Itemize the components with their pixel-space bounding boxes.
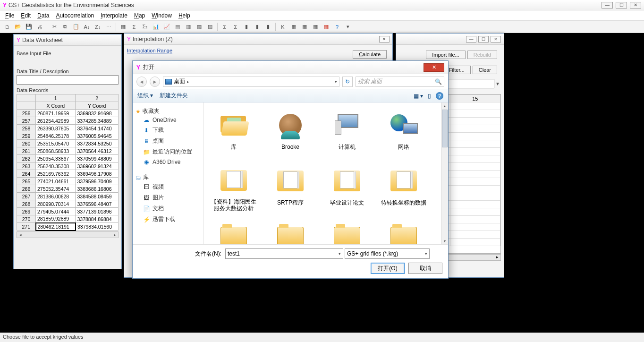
menu-autocorrelation[interactable]: Autocorrelation (53, 11, 97, 20)
file-item-network[interactable]: 网络 (377, 106, 430, 158)
maximize-button[interactable]: ☐ (616, 2, 627, 9)
file-item-computer[interactable]: 计算机 (321, 106, 373, 158)
sigma-icon[interactable]: Σ (129, 22, 139, 32)
table-row[interactable]: 267281386.006283384588.08459 (17, 193, 119, 200)
menu-file[interactable]: File (2, 11, 17, 20)
help-icon[interactable]: ? (332, 22, 342, 32)
horizontal-scrollbar[interactable]: ◂▸ (17, 231, 119, 238)
paste-icon[interactable]: 📋 (71, 22, 81, 32)
menu-data[interactable]: Data (34, 11, 52, 20)
nav-back-button[interactable]: ◄ (136, 77, 147, 87)
view4-icon[interactable]: ▦ (322, 22, 331, 32)
dropdown-icon[interactable]: ▾ (343, 22, 353, 32)
tree-documents[interactable]: 📄文档 (136, 203, 200, 214)
table-row[interactable]: 264252169.763623369498.17908 (17, 170, 119, 178)
table-row[interactable]: 263256240.353083369602.91324 (17, 162, 119, 170)
table-row[interactable]: 266275052.354743383686.16806 (17, 185, 119, 193)
menu-edit[interactable]: Edit (18, 11, 34, 20)
file-item-folder-more2[interactable] (264, 218, 317, 244)
table-row[interactable]: 269279405.074443377139.01896 (17, 208, 119, 215)
view3-icon[interactable]: ▦ (311, 22, 320, 32)
dialog-close-button[interactable]: ✕ (424, 63, 444, 72)
copy-icon[interactable]: ⧉ (60, 22, 70, 32)
view2-icon[interactable]: ▦ (300, 22, 309, 32)
menu-window[interactable]: Window (149, 11, 175, 20)
file-item-folder1[interactable]: 【资料】海阳民生服务大数据分析 (207, 162, 260, 214)
file-list-scrollbar[interactable]: ▴▾ (441, 103, 448, 244)
view1-icon[interactable]: ▦ (289, 22, 298, 32)
refresh-button[interactable]: ↻ (342, 77, 353, 87)
rpane-minimize-button[interactable]: — (466, 36, 476, 43)
table-row[interactable]: 265274021.046613379596.70409 (17, 178, 119, 185)
file-item-folder3[interactable]: 毕业设计论文 (321, 162, 373, 214)
tree-a360[interactable]: ◉A360 Drive (136, 157, 200, 167)
close-button[interactable]: ✕ (630, 2, 641, 9)
save-icon[interactable]: 💾 (24, 22, 34, 32)
file-item-folder4[interactable]: 待转换坐标的数据 (377, 162, 430, 214)
grid2-icon[interactable]: ▥ (184, 22, 193, 32)
file-item-folder-more4[interactable] (377, 218, 430, 244)
minimize-button[interactable]: — (602, 2, 613, 9)
print-icon[interactable]: 🖨 (35, 22, 44, 32)
tree-thunder[interactable]: ⚡迅雷下载 (136, 214, 200, 225)
chart-icon[interactable]: 📊 (151, 22, 161, 32)
filetype-select[interactable]: GS+ grid files (*.krg)▾ (345, 248, 430, 259)
open-button[interactable]: 打开(O) (371, 263, 405, 274)
interpolation-range-link[interactable]: Interpolation Range (124, 45, 175, 53)
file-item-folder2[interactable]: SRTP程序 (264, 162, 317, 214)
libraries-section[interactable]: 🗂库 (136, 173, 200, 181)
bars3-icon[interactable]: ▮ (263, 22, 273, 32)
menu-help[interactable]: Help (176, 11, 193, 20)
file-item-libraries[interactable]: 库 (207, 106, 260, 158)
data-records-table[interactable]: 12 X CoordY Coord 256260871.199593369832… (17, 94, 119, 231)
table-row[interactable]: 257261254.429893374285.34889 (17, 117, 119, 125)
grid4-icon[interactable]: ▨ (205, 22, 215, 32)
help-button[interactable]: ? (436, 92, 443, 100)
rpane-maximize-button[interactable]: ☐ (478, 36, 489, 43)
grid1-icon[interactable]: ▤ (173, 22, 182, 32)
table-row[interactable]: 270281859.928893378884.86884 (17, 215, 119, 223)
new-folder-button[interactable]: 新建文件夹 (160, 92, 188, 100)
grid3-icon[interactable]: ▧ (195, 22, 204, 32)
table-row[interactable]: 258263390.878053376454.14740 (17, 125, 119, 132)
search-input[interactable]: 搜索 桌面 🔍 (356, 77, 444, 87)
tree-desktop[interactable]: 🖥桌面 (136, 136, 200, 146)
breadcrumb[interactable]: 桌面 ▸ ▾ (163, 77, 339, 87)
import-file-button[interactable]: Import file... (426, 51, 465, 59)
calculate-button[interactable]: Calculate (353, 50, 387, 59)
sort-desc-icon[interactable]: Z↓ (93, 22, 102, 32)
tree-recent[interactable]: 📁最近访问的位置 (136, 146, 200, 157)
sigma2-icon[interactable]: Σ₂ (140, 22, 150, 32)
table-row[interactable]: 268280990.703143376596.48407 (17, 200, 119, 208)
tree-videos[interactable]: 🎞视频 (136, 181, 200, 192)
format-icon[interactable]: ⋯ (104, 22, 113, 32)
cursor-icon[interactable]: K (278, 22, 288, 32)
table-row[interactable]: 259254846.251783376005.94645 (17, 132, 119, 140)
sum2-icon[interactable]: Σ (231, 22, 240, 32)
sort-asc-icon[interactable]: A↓ (82, 22, 92, 32)
table-row[interactable]: 261250868.589333370564.46312 (17, 147, 119, 155)
cut-icon[interactable]: ✂ (50, 22, 59, 32)
bars2-icon[interactable]: ▮ (253, 22, 262, 32)
tree-onedrive[interactable]: ☁OneDrive (136, 115, 200, 125)
interp-close-button[interactable]: ✕ (379, 36, 390, 43)
rpane-close-button[interactable]: ✕ (491, 36, 501, 43)
table-row[interactable]: 262250954.338673370599.48809 (17, 155, 119, 162)
organize-button[interactable]: 组织 ▾ (137, 92, 153, 100)
menu-map[interactable]: Map (131, 11, 148, 20)
data-title-input[interactable] (17, 75, 119, 85)
new-file-icon[interactable]: 🗋 (2, 22, 12, 32)
graph-icon[interactable]: 📈 (162, 22, 171, 32)
bars1-icon[interactable]: ▮ (242, 22, 251, 32)
file-item-folder-more3[interactable] (321, 218, 373, 244)
clear-button[interactable]: Clear (473, 66, 497, 74)
favorites-section[interactable]: ★收藏夹 (136, 107, 200, 115)
file-item-user[interactable]: Brooke (264, 106, 317, 158)
tree-downloads[interactable]: ⬇下载 (136, 125, 200, 136)
open-file-icon[interactable]: 📂 (13, 22, 23, 32)
sum1-icon[interactable]: Σ (220, 22, 229, 32)
tree-pictures[interactable]: 🖼图片 (136, 192, 200, 203)
table-row[interactable]: 260253515.054703372834.53250 (17, 140, 119, 147)
cancel-button[interactable]: 取消 (408, 263, 442, 274)
view-mode-button[interactable]: ▦ ▾ (414, 93, 423, 99)
